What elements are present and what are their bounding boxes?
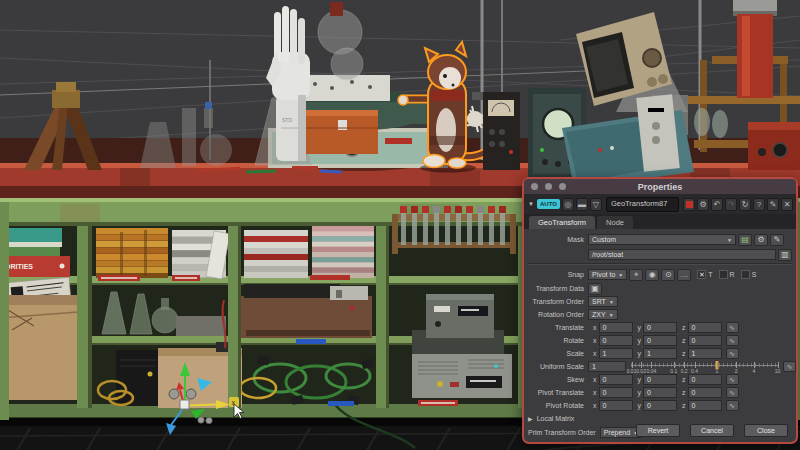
close-icon[interactable]: ✕ — [781, 198, 793, 211]
orange-toolbox[interactable] — [306, 110, 378, 154]
slider-tick-label: 2 — [735, 368, 738, 374]
chevron-down-icon: ▼ — [609, 299, 614, 305]
filter-icon[interactable]: ▽ — [590, 198, 602, 211]
scale-z-field[interactable]: 1 — [688, 348, 722, 359]
skew-z-field[interactable]: 0 — [688, 374, 722, 385]
curve-icon[interactable]: ∿ — [726, 387, 739, 398]
glove-stamp: STD — [282, 117, 292, 123]
panel-titlebar[interactable]: Properties — [524, 179, 796, 194]
curve-icon[interactable]: ∿ — [726, 374, 739, 385]
layers-icon[interactable]: ▣ — [588, 283, 602, 295]
cancel-button[interactable]: Cancel — [690, 424, 734, 437]
pin-icon[interactable]: ✎ — [767, 198, 779, 211]
prim-transform-order-label: Prim Transform Order — [528, 429, 596, 436]
rotate-z-field[interactable]: 0 — [688, 335, 722, 346]
refresh-icon[interactable]: ↻ — [739, 198, 751, 211]
shelf-books-red-white[interactable] — [244, 230, 308, 278]
chevron-down-icon[interactable]: ▼ — [527, 198, 535, 211]
shelf-books-white[interactable] — [172, 230, 230, 279]
folder-icon[interactable]: ▤ — [738, 234, 752, 246]
curve-icon[interactable]: ∿ — [726, 322, 739, 333]
presets-icon[interactable]: ◎ — [562, 198, 574, 211]
snap-dot-icon[interactable]: ⊙ — [661, 269, 675, 281]
shelf-board-games[interactable]: ORITIES — [0, 228, 70, 277]
help-icon[interactable]: ? — [753, 198, 765, 211]
close-button[interactable]: Close — [744, 424, 788, 437]
voltmeter-box[interactable] — [483, 92, 520, 170]
collapsed-triangle-icon[interactable]: ▶ — [528, 415, 533, 422]
snap-translate-checkbox[interactable]: ✕ — [697, 270, 706, 279]
tab-geotransform[interactable]: GeoTransform — [529, 216, 595, 229]
panel-tabs: GeoTransform Node — [524, 214, 796, 229]
game-box-label: ORITIES — [5, 263, 33, 270]
mask-dropdown[interactable]: Custom▼ — [588, 234, 736, 245]
rotation-order-dropdown[interactable]: ZXY▼ — [588, 309, 618, 320]
gear-icon[interactable]: ⚙ — [697, 198, 709, 211]
curve-icon[interactable]: ∿ — [726, 400, 739, 411]
separator — [528, 263, 792, 265]
transform-data-label: Transform Data — [524, 285, 584, 292]
page-icon[interactable]: ▥ — [778, 249, 792, 261]
redo-icon[interactable]: ↷ — [725, 198, 737, 211]
chevron-down-icon: ▼ — [609, 312, 614, 318]
pivot-rotate-y-field[interactable]: 0 — [643, 400, 677, 411]
translate-z-field[interactable]: 0 — [688, 322, 722, 333]
pivot-translate-y-field[interactable]: 0 — [643, 387, 677, 398]
translate-y-field[interactable]: 0 — [643, 322, 677, 333]
slider-tick-label: 0.02 — [636, 368, 646, 374]
pivot-translate-z-field[interactable]: 0 — [688, 387, 722, 398]
transform-order-dropdown[interactable]: SRT▼ — [588, 296, 618, 307]
pivot-rotate-z-field[interactable]: 0 — [688, 400, 722, 411]
snap-label: Snap — [524, 271, 584, 278]
rotate-label: Rotate — [524, 337, 584, 344]
skew-label: Skew — [524, 376, 584, 383]
snap-mode-dropdown[interactable]: Pivot to▼ — [588, 269, 627, 280]
snap-circle-icon[interactable]: ◉ — [645, 269, 659, 281]
revert-button[interactable]: Revert — [636, 424, 680, 437]
pivot-translate-x-field[interactable]: 0 — [599, 387, 633, 398]
tesla-coil[interactable] — [733, 0, 777, 98]
mask-label: Mask — [524, 236, 584, 243]
uniform-scale-field[interactable]: 1 — [588, 361, 626, 372]
more-options-icon[interactable]: … — [677, 269, 691, 281]
gizmo-center-handle — [180, 400, 189, 409]
snap-scale-checkbox[interactable] — [741, 270, 750, 279]
compare-icon[interactable]: ▬ — [576, 198, 588, 211]
scale-y-field[interactable]: 1 — [643, 348, 677, 359]
rotate-y-field[interactable]: 0 — [643, 335, 677, 346]
rotate-x-field[interactable]: 0 — [599, 335, 633, 346]
undo-icon[interactable]: ↶ — [711, 198, 723, 211]
translate-x-field[interactable]: 0 — [599, 322, 633, 333]
mask-path-field[interactable]: /root/stoat — [588, 249, 776, 260]
uniform-scale-label: Uniform Scale — [524, 363, 584, 370]
node-name-field[interactable]: GeoTransform87 — [606, 197, 679, 212]
pivot-rotate-x-field[interactable]: 0 — [599, 400, 633, 411]
translate-label: Translate — [524, 324, 584, 331]
skew-y-field[interactable]: 0 — [643, 374, 677, 385]
snap-rotate-checkbox[interactable] — [719, 270, 728, 279]
pencil-icon[interactable]: ✎ — [770, 234, 784, 246]
record-button[interactable] — [683, 198, 695, 211]
red-box-right[interactable] — [748, 122, 800, 170]
gear-icon[interactable]: ⚙ — [754, 234, 768, 246]
cardboard-box[interactable] — [0, 295, 78, 400]
magazine-stack[interactable] — [310, 226, 374, 280]
snap-target-icon[interactable]: ⌖ — [629, 269, 643, 281]
local-matrix-label: Local Matrix — [537, 415, 575, 422]
record-player[interactable] — [240, 284, 372, 338]
uniform-scale-slider[interactable]: 0.010.020.040.10.20.412410 — [631, 361, 779, 373]
slider-tick-label: 0.01 — [627, 368, 637, 374]
auto-badge[interactable]: AUTO — [537, 199, 560, 209]
curve-icon[interactable]: ∿ — [726, 348, 739, 359]
radio-black[interactable] — [116, 350, 160, 406]
panel-title: Properties — [524, 182, 796, 192]
shelf-books-orange[interactable] — [96, 228, 168, 278]
skew-x-field[interactable]: 0 — [599, 374, 633, 385]
scale-x-field[interactable]: 1 — [599, 348, 633, 359]
tab-node[interactable]: Node — [597, 216, 633, 229]
pivot-rotate-label: Pivot Rotate — [524, 402, 584, 409]
local-matrix-section[interactable]: ▶ Local Matrix — [528, 413, 796, 424]
panel-footer: Revert Cancel Close — [636, 424, 788, 437]
curve-icon[interactable]: ∿ — [783, 361, 796, 372]
curve-icon[interactable]: ∿ — [726, 335, 739, 346]
